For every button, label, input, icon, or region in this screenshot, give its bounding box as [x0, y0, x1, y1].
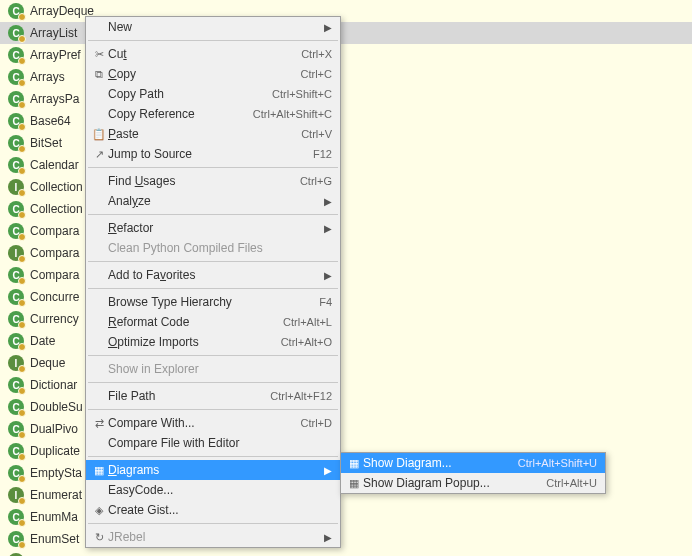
menu-show-in-explorer: Show in Explorer	[86, 359, 340, 379]
menu-diagrams[interactable]: ▦Diagrams▶	[86, 460, 340, 480]
diagrams-submenu: ▦Show Diagram...Ctrl+Alt+Shift+U▦Show Di…	[340, 452, 606, 494]
blank-icon	[90, 19, 108, 35]
blank-icon	[90, 294, 108, 310]
interface-icon: I	[8, 245, 24, 261]
blank-icon	[90, 314, 108, 330]
class-item-eventlistener[interactable]: IEventListener	[0, 550, 692, 556]
class-item-label: ArrayList	[30, 26, 77, 40]
class-item-label: Arrays	[30, 70, 65, 84]
class-icon: C	[8, 289, 24, 305]
menu-item-label: Reformat Code	[108, 315, 283, 329]
class-item-label: Dictionar	[30, 378, 77, 392]
class-item-label: DualPivo	[30, 422, 78, 436]
menu-item-shortcut: Ctrl+Shift+C	[272, 88, 332, 100]
class-item-label: Collection	[30, 180, 83, 194]
menu-file-path[interactable]: File PathCtrl+Alt+F12	[86, 386, 340, 406]
menu-item-label: Compare File with Editor	[108, 436, 332, 450]
menu-item-label: Add to Favorites	[108, 268, 322, 282]
interface-icon: I	[8, 487, 24, 503]
class-item-label: Deque	[30, 356, 65, 370]
menu-browse-type-hierarchy[interactable]: Browse Type HierarchyF4	[86, 292, 340, 312]
menu-item-label: Copy Path	[108, 87, 272, 101]
class-icon: C	[8, 443, 24, 459]
menu-copy-path[interactable]: Copy PathCtrl+Shift+C	[86, 84, 340, 104]
class-icon: C	[8, 201, 24, 217]
menu-item-label: Cut	[108, 47, 301, 61]
menu-paste[interactable]: 📋PasteCtrl+V	[86, 124, 340, 144]
menu-item-shortcut: Ctrl+D	[301, 417, 332, 429]
menu-separator	[88, 214, 338, 215]
menu-refactor[interactable]: Refactor▶	[86, 218, 340, 238]
class-item-label: ArrayPref	[30, 48, 81, 62]
class-item-label: Concurre	[30, 290, 79, 304]
chevron-right-icon: ▶	[322, 532, 332, 543]
menu-item-label: Diagrams	[108, 463, 322, 477]
menu-item-shortcut: F12	[313, 148, 332, 160]
menu-item-shortcut: Ctrl+Alt+F12	[270, 390, 332, 402]
menu-create-gist[interactable]: ◈Create Gist...	[86, 500, 340, 520]
menu-clean-python-compiled-files: Clean Python Compiled Files	[86, 238, 340, 258]
class-icon: C	[8, 465, 24, 481]
jump-icon: ↗	[90, 146, 108, 162]
menu-item-shortcut: Ctrl+X	[301, 48, 332, 60]
menu-item-label: Compare With...	[108, 416, 301, 430]
menu-find-usages[interactable]: Find UsagesCtrl+G	[86, 171, 340, 191]
menu-item-shortcut: Ctrl+Alt+U	[546, 477, 597, 489]
menu-item-shortcut: Ctrl+G	[300, 175, 332, 187]
class-item-label: Compara	[30, 268, 79, 282]
class-icon: C	[8, 531, 24, 547]
class-item-label: Duplicate	[30, 444, 80, 458]
menu-compare-with[interactable]: ⇄Compare With...Ctrl+D	[86, 413, 340, 433]
showdiag-icon: ▦	[345, 455, 363, 471]
menu-item-label: Analyze	[108, 194, 322, 208]
class-icon: C	[8, 25, 24, 41]
menu-separator	[88, 523, 338, 524]
blank-icon	[90, 193, 108, 209]
class-item-label: BitSet	[30, 136, 62, 150]
class-item-label: EnumSet	[30, 532, 79, 546]
class-icon: C	[8, 399, 24, 415]
blank-icon	[90, 388, 108, 404]
menu-item-label: Refactor	[108, 221, 322, 235]
menu-item-label: Jump to Source	[108, 147, 313, 161]
class-item-label: EnumMa	[30, 510, 78, 524]
menu-item-shortcut: Ctrl+V	[301, 128, 332, 140]
menu-compare-file-with-editor[interactable]: Compare File with Editor	[86, 433, 340, 453]
menu-copy-reference[interactable]: Copy ReferenceCtrl+Alt+Shift+C	[86, 104, 340, 124]
submenu-show-diagram-popup[interactable]: ▦Show Diagram Popup...Ctrl+Alt+U	[341, 473, 605, 493]
menu-jump-to-source[interactable]: ↗Jump to SourceF12	[86, 144, 340, 164]
chevron-right-icon: ▶	[322, 465, 332, 476]
scissors-icon: ✂	[90, 46, 108, 62]
menu-easycode[interactable]: EasyCode...	[86, 480, 340, 500]
class-icon: C	[8, 223, 24, 239]
context-menu: New▶✂CutCtrl+X⧉CopyCtrl+CCopy PathCtrl+S…	[85, 16, 341, 548]
menu-item-label: Copy	[108, 67, 301, 81]
showdiag-icon: ▦	[345, 475, 363, 491]
menu-reformat-code[interactable]: Reformat CodeCtrl+Alt+L	[86, 312, 340, 332]
class-icon: C	[8, 377, 24, 393]
chevron-right-icon: ▶	[322, 270, 332, 281]
menu-analyze[interactable]: Analyze▶	[86, 191, 340, 211]
submenu-show-diagram[interactable]: ▦Show Diagram...Ctrl+Alt+Shift+U	[341, 453, 605, 473]
menu-item-shortcut: Ctrl+Alt+L	[283, 316, 332, 328]
menu-add-to-favorites[interactable]: Add to Favorites▶	[86, 265, 340, 285]
menu-copy[interactable]: ⧉CopyCtrl+C	[86, 64, 340, 84]
class-icon: C	[8, 421, 24, 437]
menu-item-label: New	[108, 20, 322, 34]
class-icon: C	[8, 113, 24, 129]
menu-optimize-imports[interactable]: Optimize ImportsCtrl+Alt+O	[86, 332, 340, 352]
compare-icon: ⇄	[90, 415, 108, 431]
menu-item-label: File Path	[108, 389, 270, 403]
class-icon: C	[8, 333, 24, 349]
class-icon: C	[8, 157, 24, 173]
menu-separator	[88, 167, 338, 168]
menu-item-shortcut: Ctrl+Alt+O	[281, 336, 332, 348]
menu-new[interactable]: New▶	[86, 17, 340, 37]
chevron-right-icon: ▶	[322, 22, 332, 33]
gist-icon: ◈	[90, 502, 108, 518]
menu-item-label: Clean Python Compiled Files	[108, 241, 332, 255]
menu-separator	[88, 261, 338, 262]
menu-separator	[88, 40, 338, 41]
menu-cut[interactable]: ✂CutCtrl+X	[86, 44, 340, 64]
blank-icon	[90, 361, 108, 377]
